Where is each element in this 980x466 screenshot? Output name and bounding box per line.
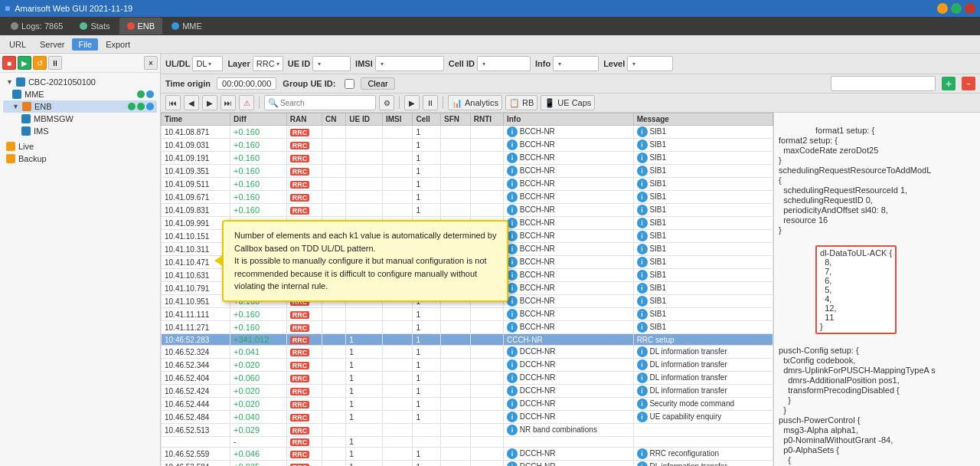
- table-row[interactable]: 10.41.08.871+0.160RRC1i BCCH-NRi SIB1: [162, 126, 773, 139]
- table-row[interactable]: 10.46.52.344+0.020RRC11i DCCH-NRi DL inf…: [162, 359, 773, 372]
- tab-enb[interactable]: ENB: [119, 18, 163, 34]
- search-input[interactable]: [280, 99, 372, 107]
- table-cell: [470, 204, 503, 217]
- menu-server[interactable]: Server: [34, 38, 70, 51]
- table-row[interactable]: 10:46:52.283+341.012RRC11CCCH-NRRRC setu…: [162, 334, 773, 346]
- table-row[interactable]: 10.46.52.513+0.029RRCi NR band combinati…: [162, 424, 773, 437]
- table-cell: i DCCH-NR: [503, 372, 633, 385]
- table-cell: [322, 126, 345, 139]
- tab-logs[interactable]: Logs: 7865: [3, 18, 70, 34]
- info-select[interactable]: ▾: [553, 56, 599, 71]
- add-filter-button[interactable]: +: [942, 77, 956, 90]
- sidebar-restart-button[interactable]: ↺: [33, 56, 47, 70]
- sidebar-pause-button[interactable]: ⏸: [48, 56, 62, 70]
- table-cell: +341.012: [230, 334, 287, 346]
- menu-export[interactable]: Export: [100, 38, 136, 51]
- maximize-button[interactable]: [951, 3, 962, 14]
- table-cell: 1: [413, 191, 441, 204]
- ue-caps-button[interactable]: 📱 UE Caps: [541, 95, 595, 110]
- tooltip-overlay: Number of elements and each k1 value is …: [222, 220, 508, 302]
- table-cell: [322, 346, 345, 359]
- extra-filter-input[interactable]: [831, 76, 936, 91]
- table-cell: +0.046: [230, 448, 287, 461]
- close-button[interactable]: [965, 3, 975, 14]
- level-select[interactable]: ▾: [627, 56, 673, 71]
- table-row[interactable]: 10.46.52.584+0.025RRC11i DCCH-NRi DL inf…: [162, 461, 773, 467]
- imsi-filter: IMSI ▾: [355, 56, 444, 71]
- ueid-select[interactable]: ▾: [312, 56, 351, 71]
- nav-next-button[interactable]: ▶: [202, 95, 217, 110]
- search-options-button[interactable]: ⚙: [379, 95, 394, 110]
- table-cell: 1: [346, 461, 383, 467]
- tab-mme[interactable]: MME: [164, 18, 210, 34]
- sidebar-item-mme[interactable]: MME: [3, 88, 157, 100]
- imsi-select[interactable]: ▾: [375, 56, 444, 71]
- nav-prev-button[interactable]: ◀: [184, 95, 199, 110]
- table-row[interactable]: 10.41.09.831+0.160RRC1i BCCH-NRi SIB1: [162, 204, 773, 217]
- table-cell: 10.41.09.511: [162, 178, 230, 191]
- table-row[interactable]: 10.41.09.191+0.160RRC1i BCCH-NRi SIB1: [162, 152, 773, 165]
- table-row[interactable]: 10.46.52.444+0.020RRC11i DCCH-NRi Securi…: [162, 398, 773, 411]
- layer-select[interactable]: RRC ▾: [253, 56, 283, 71]
- menu-file[interactable]: File: [72, 38, 98, 51]
- stop-button[interactable]: ⏸: [423, 95, 438, 110]
- play-button[interactable]: ▶: [404, 95, 420, 110]
- right-panel[interactable]: format1 setup: { format2 setup: { maxCod…: [773, 113, 980, 466]
- sidebar-item-backup[interactable]: Backup: [3, 153, 157, 165]
- uldl-label: UL/DL: [165, 59, 190, 68]
- table-cell: 10:46:52.283: [162, 334, 230, 346]
- rb-button[interactable]: 📋 RB: [505, 95, 537, 110]
- table-cell: [440, 191, 470, 204]
- sidebar-close-button[interactable]: ×: [144, 56, 158, 70]
- table-cell: [440, 411, 470, 424]
- nav-first-button[interactable]: ⏮: [165, 95, 181, 110]
- col-message: Message: [633, 113, 773, 126]
- message-info-icon: i: [637, 399, 648, 409]
- live-icon: [6, 142, 15, 151]
- menu-url[interactable]: URL: [3, 38, 32, 51]
- table-row[interactable]: 10.41.09.031+0.160RRC1i BCCH-NRi SIB1: [162, 139, 773, 152]
- table-row[interactable]: 10.41.11.271+0.160RRC1i BCCH-NRi SIB1: [162, 321, 773, 334]
- table-row[interactable]: 10.46.52.324+0.041RRC11i DCCH-NRi DL inf…: [162, 346, 773, 359]
- table-cell: CCCH-NR: [503, 334, 633, 346]
- cellid-label: Cell ID: [449, 59, 475, 68]
- search-box[interactable]: 🔍: [264, 95, 376, 110]
- sidebar-item-cbc[interactable]: ▼ CBC-2021050100: [3, 76, 157, 88]
- clear-button[interactable]: Clear: [361, 77, 394, 90]
- info-icon: i: [507, 231, 518, 241]
- sidebar-start-button[interactable]: ▶: [18, 56, 31, 70]
- table-row[interactable]: 10.41.09.671+0.160RRC1i BCCH-NRi SIB1: [162, 191, 773, 204]
- analytics-button[interactable]: 📊 Analytics: [448, 95, 502, 110]
- sidebar-item-ims[interactable]: IMS: [3, 125, 157, 137]
- table-row[interactable]: 10.46.52.404+0.060RRC11i DCCH-NRi DL inf…: [162, 372, 773, 385]
- sidebar-item-enb[interactable]: ▼ ENB: [3, 100, 157, 113]
- enb-label: ENB: [34, 102, 52, 111]
- info-icon: i: [507, 139, 518, 150]
- table-row[interactable]: 10.46.52.484+0.040RRC11i DCCH-NRi UE cap…: [162, 411, 773, 424]
- table-row[interactable]: 10.41.09.351+0.160RRC1i BCCH-NRi SIB1: [162, 165, 773, 178]
- table-row[interactable]: 10.46.52.559+0.046RRC11i DCCH-NRi RRC re…: [162, 448, 773, 461]
- tab-stats[interactable]: Stats: [72, 18, 117, 34]
- table-cell: [382, 372, 413, 385]
- message-info-icon: i: [637, 461, 648, 466]
- table-cell: RRC: [286, 321, 322, 334]
- group-ue-checkbox[interactable]: [345, 79, 354, 89]
- backup-label: Backup: [18, 154, 47, 163]
- minimize-button[interactable]: [937, 3, 948, 14]
- cellid-select[interactable]: ▾: [477, 56, 531, 71]
- warning-button[interactable]: ⚠: [239, 95, 254, 110]
- info-filter: Info ▾: [535, 56, 599, 71]
- table-cell: [322, 165, 345, 178]
- sidebar-item-live[interactable]: Live: [3, 140, 157, 153]
- backup-icon: [6, 154, 15, 163]
- table-row[interactable]: 10.46.52.424+0.020RRC11i DCCH-NRi DL inf…: [162, 385, 773, 398]
- table-row[interactable]: 10.41.09.511+0.160RRC1i BCCH-NRi SIB1: [162, 178, 773, 191]
- remove-filter-button[interactable]: -: [962, 77, 975, 90]
- table-row[interactable]: -RRC1: [162, 437, 773, 448]
- cbc-label: CBC-2021050100: [28, 77, 96, 87]
- nav-last-button[interactable]: ⏭: [220, 95, 236, 110]
- sidebar-stop-button[interactable]: ■: [2, 56, 16, 70]
- table-row[interactable]: 10.41.11.111+0.160RRC1i BCCH-NRi SIB1: [162, 308, 773, 321]
- uldl-select[interactable]: DL ▾: [192, 56, 223, 71]
- sidebar-item-mbmsgw[interactable]: MBMSGW: [3, 113, 157, 125]
